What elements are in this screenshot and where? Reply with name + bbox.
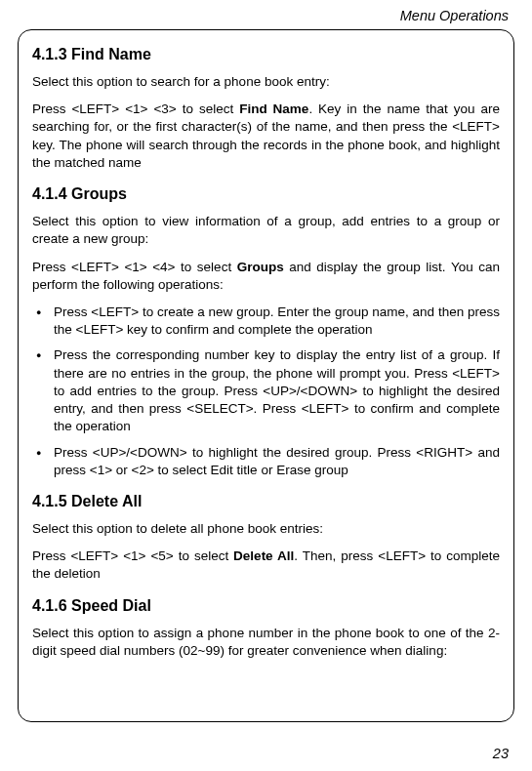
- list-item: Press <UP>/<DOWN> to highlight the desir…: [32, 444, 500, 479]
- list-item: Press <LEFT> to create a new group. Ente…: [32, 304, 500, 339]
- paragraph: Select this option to delete all phone b…: [32, 520, 500, 538]
- text: or: [258, 463, 277, 477]
- paragraph: Select this option to search for a phone…: [32, 73, 500, 91]
- bold-text: Erase group: [276, 463, 348, 477]
- paragraph: Press <LEFT> <1> <4> to select Groups an…: [32, 259, 500, 294]
- bold-text: Find Name: [239, 101, 308, 116]
- bullet-list: Press <LEFT> to create a new group. Ente…: [32, 304, 500, 479]
- text: Press <LEFT> <1> <4> to select: [32, 260, 237, 274]
- heading-find-name: 4.1.3 Find Name: [32, 46, 500, 63]
- paragraph: Select this option to assign a phone num…: [32, 625, 500, 660]
- paragraph: Select this option to view information o…: [32, 213, 500, 248]
- bold-text: Delete All: [233, 548, 294, 563]
- list-item: Press the corresponding number key to di…: [32, 346, 500, 435]
- content-frame: 4.1.3 Find Name Select this option to se…: [18, 29, 514, 722]
- text: Press <LEFT> <1> <3> to select: [32, 101, 239, 116]
- bold-text: Groups: [237, 260, 284, 274]
- paragraph: Press <LEFT> <1> <5> to select Delete Al…: [32, 548, 500, 583]
- heading-speed-dial: 4.1.6 Speed Dial: [32, 597, 500, 615]
- bold-text: Edit title: [211, 463, 258, 477]
- paragraph: Press <LEFT> <1> <3> to select Find Name…: [32, 101, 500, 172]
- page-header: Menu Operations: [18, 8, 514, 23]
- text: Press <LEFT> <1> <5> to select: [32, 548, 233, 563]
- page-number: 23: [493, 746, 509, 761]
- heading-delete-all: 4.1.5 Delete All: [32, 493, 500, 510]
- heading-groups: 4.1.4 Groups: [32, 185, 500, 203]
